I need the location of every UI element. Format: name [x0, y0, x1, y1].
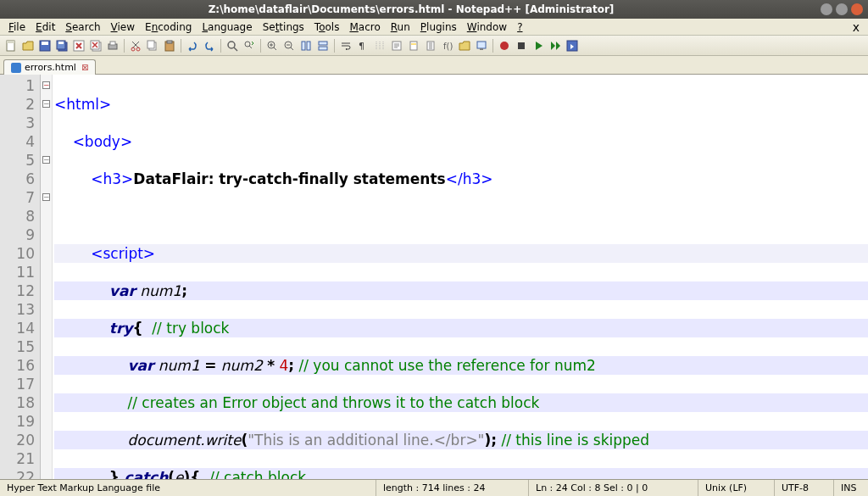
close-file-icon[interactable]: [71, 38, 86, 53]
tab-label: errors.html: [25, 62, 76, 73]
status-insert-mode: INS: [834, 480, 868, 496]
menu-language[interactable]: Language: [197, 20, 257, 35]
status-position: Ln : 24 Col : 8 Sel : 0 | 0: [529, 480, 698, 496]
file-icon: [11, 63, 21, 73]
document-close-icon[interactable]: x: [848, 20, 865, 34]
menu-settings[interactable]: Settings: [258, 20, 309, 35]
svg-rect-29: [411, 43, 416, 45]
svg-rect-22: [302, 42, 305, 50]
toolbar: ¶ f(): [0, 36, 868, 56]
menu-help[interactable]: ?: [512, 20, 527, 35]
print-icon[interactable]: [105, 38, 120, 53]
window-title: Z:\home\dataflair\Documents\errors.html …: [5, 3, 817, 15]
menu-bar: File Edit Search View Encoding Language …: [0, 19, 868, 36]
svg-point-18: [228, 42, 235, 48]
zoom-in-icon[interactable]: [264, 38, 280, 53]
menu-view[interactable]: View: [106, 20, 140, 35]
menu-tools[interactable]: Tools: [309, 20, 345, 35]
record-icon[interactable]: [497, 38, 512, 53]
doc-map-icon[interactable]: [406, 38, 421, 53]
svg-rect-11: [110, 42, 115, 45]
maximize-button[interactable]: [836, 3, 848, 15]
menu-search[interactable]: Search: [60, 20, 105, 35]
svg-rect-15: [147, 41, 154, 48]
svg-rect-33: [480, 48, 483, 50]
close-all-icon[interactable]: [88, 38, 103, 53]
svg-point-34: [500, 42, 509, 50]
svg-rect-17: [167, 41, 172, 43]
play-icon[interactable]: [531, 38, 546, 53]
menu-edit[interactable]: Edit: [31, 20, 60, 35]
save-all-icon[interactable]: [54, 38, 70, 53]
save-macro-icon[interactable]: [565, 38, 580, 53]
svg-text:¶: ¶: [359, 41, 364, 52]
tab-errors-html[interactable]: errors.html ⊠: [3, 59, 96, 75]
editor-area[interactable]: 1234 5678 9101112 13141516 17181920 2122…: [0, 75, 868, 479]
minimize-button[interactable]: [821, 3, 832, 15]
new-file-icon[interactable]: [3, 38, 19, 53]
code-area[interactable]: <html> <body> <h3>DataFlair: try-catch-f…: [53, 75, 868, 479]
svg-rect-24: [319, 42, 327, 45]
status-encoding: UTF-8: [775, 480, 834, 496]
status-bar: Hyper Text Markup Language file length :…: [0, 479, 868, 496]
svg-rect-6: [58, 42, 64, 44]
svg-rect-25: [319, 47, 327, 50]
menu-encoding[interactable]: Encoding: [140, 20, 197, 35]
fold-gutter[interactable]: −− −−: [41, 75, 53, 479]
title-bar: Z:\home\dataflair\Documents\errors.html …: [0, 0, 868, 19]
svg-rect-3: [42, 42, 48, 45]
menu-window[interactable]: Window: [462, 20, 512, 35]
paste-icon[interactable]: [162, 38, 177, 53]
svg-text:f(): f(): [443, 42, 453, 51]
tab-bar: errors.html ⊠: [0, 56, 868, 75]
menu-file[interactable]: File: [3, 20, 31, 35]
sync-h-icon[interactable]: [315, 38, 331, 53]
svg-rect-1: [7, 41, 14, 43]
folder-icon[interactable]: [457, 38, 472, 53]
indent-guide-icon[interactable]: [372, 38, 387, 53]
show-chars-icon[interactable]: ¶: [355, 38, 370, 53]
open-file-icon[interactable]: [20, 38, 36, 53]
func-list-icon[interactable]: f(): [440, 38, 455, 53]
menu-plugins[interactable]: Plugins: [415, 20, 462, 35]
copy-icon[interactable]: [145, 38, 160, 53]
doc-list-icon[interactable]: [423, 38, 438, 53]
tab-close-icon[interactable]: ⊠: [81, 63, 88, 72]
sync-v-icon[interactable]: [298, 38, 314, 53]
cut-icon[interactable]: [128, 38, 143, 53]
zoom-out-icon[interactable]: [281, 38, 297, 53]
status-eol: Unix (LF): [698, 480, 775, 496]
svg-rect-23: [307, 42, 310, 50]
stop-icon[interactable]: [514, 38, 529, 53]
undo-icon[interactable]: [185, 38, 200, 53]
play-multi-icon[interactable]: [548, 38, 563, 53]
svg-rect-32: [477, 42, 486, 48]
save-icon[interactable]: [37, 38, 53, 53]
redo-icon[interactable]: [202, 38, 217, 53]
svg-rect-28: [410, 42, 417, 50]
replace-icon[interactable]: [242, 38, 257, 53]
menu-macro[interactable]: Macro: [344, 20, 385, 35]
line-number-gutter: 1234 5678 9101112 13141516 17181920 2122: [0, 75, 41, 479]
menu-run[interactable]: Run: [386, 20, 415, 35]
close-button[interactable]: [851, 3, 863, 15]
find-icon[interactable]: [225, 38, 240, 53]
status-length: length : 714 lines : 24: [376, 480, 529, 496]
wordwrap-icon[interactable]: [338, 38, 353, 53]
monitor-icon[interactable]: [474, 38, 489, 53]
udl-icon[interactable]: [389, 38, 404, 53]
status-language: Hyper Text Markup Language file: [0, 480, 376, 496]
svg-rect-35: [518, 42, 525, 49]
